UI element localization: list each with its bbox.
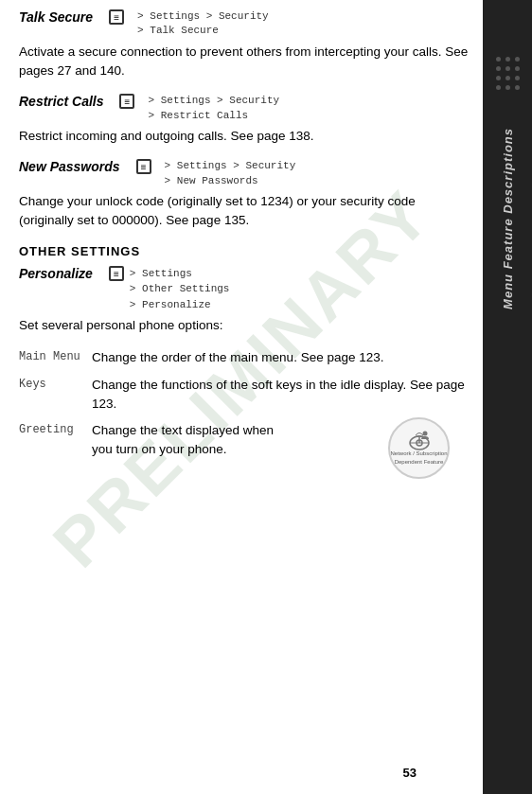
dot [505,57,510,62]
page-container: Menu Feature Descriptions PRELIMINARY Ta… [0,0,532,794]
menu-path-personalize: > Settings > Other Settings > Personaliz… [130,266,230,313]
main-content: PRELIMINARY Talk Secure > Settings > Sec… [0,0,483,794]
sub-entry-body-main-menu: Change the order of the main menu. See p… [92,348,469,367]
section-header-row-restrict: Restrict Calls > Settings > Security > R… [19,94,469,123]
network-circle-text-bottom: Dependent Feature [395,459,444,466]
dot [515,66,520,71]
sidebar-label: Menu Feature Descriptions [501,128,515,309]
content-sections: Talk Secure > Settings > Security > Talk… [19,9,469,460]
talk-secure-body: Activate a secure connection to prevent … [19,43,469,81]
personalize-intro: Set several personal phone options: [19,316,469,335]
new-passwords-body: Change your unlock code (originally set … [19,192,469,231]
section-personalize: Personalize > Settings > Other Settings … [19,266,469,336]
menu-icon-new-passwords [136,159,151,174]
restrict-calls-title: Restrict Calls [19,94,103,109]
dot [505,66,510,71]
section-header-row-passwords: New Passwords > Settings > Security > Ne… [19,159,469,188]
menu-path-talk-secure: > Settings > Security > Talk Secure [137,9,269,39]
page-number: 53 [403,766,417,780]
right-sidebar: Menu Feature Descriptions [483,0,532,794]
dot [505,76,510,80]
section-header-row-personalize: Personalize > Settings > Other Settings … [19,266,469,313]
menu-icon-personalize [109,266,124,281]
sub-entry-label-greeting: Greeting [19,423,80,436]
sub-items-container: Main Menu Change the order of the main m… [19,348,469,459]
network-svg-icon [408,430,431,450]
sub-entry-main-menu: Main Menu Change the order of the main m… [19,348,469,367]
network-circle-text-top: Network / Subscription [390,450,447,457]
section-restrict-calls: Restrict Calls > Settings > Security > R… [19,94,469,146]
dot [505,85,510,90]
dot [496,66,501,71]
dot [496,76,501,80]
sub-entry-body-greeting: Change the text displayed when you turn … [92,421,281,460]
section-header-row: Talk Secure > Settings > Security > Talk… [19,9,469,39]
dot [515,76,520,80]
new-passwords-title: New Passwords [19,159,120,174]
dot [515,85,520,90]
menu-path-restrict-calls: > Settings > Security > Restrict Calls [148,94,279,123]
svg-point-4 [422,431,427,435]
talk-secure-title: Talk Secure [19,9,93,25]
sub-entry-keys: Keys Change the functions of the soft ke… [19,376,469,415]
sidebar-dots [496,57,520,90]
network-icon-area: Network / Subscription Dependent Feature [388,417,450,479]
menu-path-new-passwords: > Settings > Security > New Passwords [165,159,296,188]
sub-entry-body-keys: Change the functions of the soft keys in… [92,376,469,415]
dot [515,57,520,62]
section-talk-secure: Talk Secure > Settings > Security > Talk… [19,9,469,80]
menu-icon-restrict-calls [119,94,134,109]
sub-entry-label-main-menu: Main Menu [19,350,80,363]
dot [496,57,501,62]
section-new-passwords: New Passwords > Settings > Security > Ne… [19,159,469,230]
other-settings-heading: Other Settings [19,244,469,258]
sub-entry-greeting: Greeting Change the text displayed when … [19,421,469,460]
network-icon-circle: Network / Subscription Dependent Feature [388,417,450,479]
menu-icon-talk-secure [109,9,124,25]
personalize-title: Personalize [19,266,93,281]
restrict-calls-body: Restrict incoming and outgoing calls. Se… [19,127,469,146]
dot [496,85,501,90]
sub-entry-label-keys: Keys [19,378,80,391]
